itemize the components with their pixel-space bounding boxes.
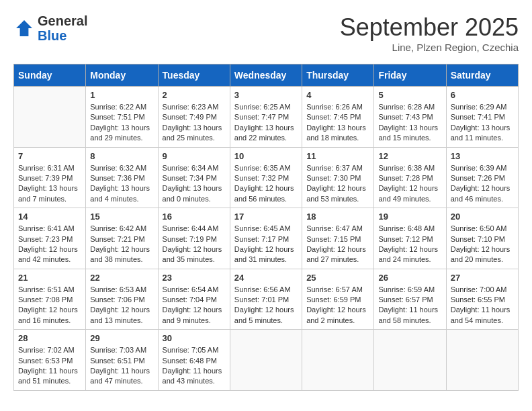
cell-details: Sunrise: 6:51 AMSunset: 7:08 PMDaylight:… — [18, 285, 81, 326]
day-number: 28 — [18, 333, 81, 343]
month-title: September 2025 — [340, 13, 519, 42]
day-number: 21 — [18, 273, 81, 283]
calendar-cell — [302, 330, 374, 391]
logo-general-text: General — [38, 13, 87, 28]
cell-details: Sunrise: 6:35 AMSunset: 7:32 PMDaylight:… — [234, 163, 298, 205]
calendar-cell: 26Sunrise: 6:59 AMSunset: 6:57 PMDayligh… — [374, 269, 446, 330]
logo-blue-text: Blue — [38, 28, 87, 43]
calendar-cell: 28Sunrise: 7:02 AMSunset: 6:53 PMDayligh… — [14, 330, 86, 391]
day-number: 2 — [163, 90, 226, 100]
calendar-week-row: 1Sunrise: 6:22 AMSunset: 7:51 PMDaylight… — [14, 87, 519, 148]
day-number: 16 — [163, 212, 226, 222]
cell-details: Sunrise: 7:02 AMSunset: 6:53 PMDaylight:… — [18, 345, 81, 387]
day-header-thursday: Thursday — [302, 64, 374, 87]
cell-details: Sunrise: 6:41 AMSunset: 7:23 PMDaylight:… — [18, 224, 81, 265]
calendar-cell: 10Sunrise: 6:35 AMSunset: 7:32 PMDayligh… — [230, 147, 302, 208]
calendar-cell: 1Sunrise: 6:22 AMSunset: 7:51 PMDaylight… — [86, 87, 158, 148]
calendar-week-row: 14Sunrise: 6:41 AMSunset: 7:23 PMDayligh… — [14, 208, 519, 269]
day-number: 27 — [451, 273, 514, 283]
day-number: 6 — [451, 90, 514, 100]
day-header-wednesday: Wednesday — [230, 64, 302, 87]
cell-details: Sunrise: 6:26 AMSunset: 7:45 PMDaylight:… — [306, 102, 369, 144]
calendar-week-row: 28Sunrise: 7:02 AMSunset: 6:53 PMDayligh… — [14, 330, 519, 391]
calendar-cell: 11Sunrise: 6:37 AMSunset: 7:30 PMDayligh… — [302, 147, 374, 208]
location-text: Line, Plzen Region, Czechia — [340, 42, 519, 53]
day-number: 11 — [306, 151, 369, 161]
cell-details: Sunrise: 6:53 AMSunset: 7:06 PMDaylight:… — [90, 285, 153, 326]
calendar-header-row: SundayMondayTuesdayWednesdayThursdayFrid… — [14, 64, 519, 87]
calendar-cell: 22Sunrise: 6:53 AMSunset: 7:06 PMDayligh… — [86, 269, 158, 330]
calendar-cell: 8Sunrise: 6:32 AMSunset: 7:36 PMDaylight… — [86, 147, 158, 208]
cell-details: Sunrise: 7:00 AMSunset: 6:55 PMDaylight:… — [451, 285, 514, 326]
calendar-cell: 6Sunrise: 6:29 AMSunset: 7:41 PMDaylight… — [446, 87, 518, 148]
calendar-cell: 4Sunrise: 6:26 AMSunset: 7:45 PMDaylight… — [302, 87, 374, 148]
cell-details: Sunrise: 6:54 AMSunset: 7:04 PMDaylight:… — [163, 285, 226, 326]
calendar-cell: 30Sunrise: 7:05 AMSunset: 6:48 PMDayligh… — [158, 330, 230, 391]
cell-details: Sunrise: 6:37 AMSunset: 7:30 PMDaylight:… — [306, 163, 369, 205]
day-number: 7 — [18, 151, 81, 161]
day-number: 8 — [90, 151, 153, 161]
cell-details: Sunrise: 6:32 AMSunset: 7:36 PMDaylight:… — [90, 163, 153, 205]
cell-details: Sunrise: 6:57 AMSunset: 6:59 PMDaylight:… — [306, 285, 369, 326]
calendar-cell: 16Sunrise: 6:44 AMSunset: 7:19 PMDayligh… — [158, 208, 230, 269]
day-number: 29 — [90, 333, 153, 343]
cell-details: Sunrise: 6:29 AMSunset: 7:41 PMDaylight:… — [451, 102, 514, 144]
day-header-tuesday: Tuesday — [158, 64, 230, 87]
day-number: 18 — [306, 212, 369, 222]
calendar-cell: 7Sunrise: 6:31 AMSunset: 7:39 PMDaylight… — [14, 147, 86, 208]
day-number: 9 — [163, 151, 226, 161]
cell-details: Sunrise: 6:44 AMSunset: 7:19 PMDaylight:… — [163, 224, 226, 265]
day-number: 1 — [90, 90, 153, 100]
calendar-cell — [230, 330, 302, 391]
cell-details: Sunrise: 6:56 AMSunset: 7:01 PMDaylight:… — [234, 285, 298, 326]
title-area: September 2025 Line, Plzen Region, Czech… — [340, 13, 519, 53]
day-header-saturday: Saturday — [446, 64, 518, 87]
calendar-cell: 3Sunrise: 6:25 AMSunset: 7:47 PMDaylight… — [230, 87, 302, 148]
cell-details: Sunrise: 6:34 AMSunset: 7:34 PMDaylight:… — [163, 163, 226, 205]
cell-details: Sunrise: 7:05 AMSunset: 6:48 PMDaylight:… — [163, 345, 226, 387]
day-number: 15 — [90, 212, 153, 222]
day-number: 25 — [306, 273, 369, 283]
cell-details: Sunrise: 7:03 AMSunset: 6:51 PMDaylight:… — [90, 345, 153, 387]
cell-details: Sunrise: 6:59 AMSunset: 6:57 PMDaylight:… — [378, 285, 441, 326]
cell-details: Sunrise: 6:45 AMSunset: 7:17 PMDaylight:… — [234, 224, 298, 265]
cell-details: Sunrise: 6:23 AMSunset: 7:49 PMDaylight:… — [163, 102, 226, 144]
day-number: 13 — [451, 151, 514, 161]
calendar-cell: 2Sunrise: 6:23 AMSunset: 7:49 PMDaylight… — [158, 87, 230, 148]
calendar-table: SundayMondayTuesdayWednesdayThursdayFrid… — [13, 64, 519, 391]
cell-details: Sunrise: 6:48 AMSunset: 7:12 PMDaylight:… — [378, 224, 441, 265]
calendar-cell: 20Sunrise: 6:50 AMSunset: 7:10 PMDayligh… — [446, 208, 518, 269]
calendar-cell — [14, 87, 86, 148]
calendar-cell: 19Sunrise: 6:48 AMSunset: 7:12 PMDayligh… — [374, 208, 446, 269]
day-number: 22 — [90, 273, 153, 283]
day-number: 3 — [234, 90, 298, 100]
day-number: 5 — [378, 90, 441, 100]
calendar-cell: 12Sunrise: 6:38 AMSunset: 7:28 PMDayligh… — [374, 147, 446, 208]
calendar-cell: 29Sunrise: 7:03 AMSunset: 6:51 PMDayligh… — [86, 330, 158, 391]
calendar-cell: 13Sunrise: 6:39 AMSunset: 7:26 PMDayligh… — [446, 147, 518, 208]
day-number: 12 — [378, 151, 441, 161]
calendar-week-row: 7Sunrise: 6:31 AMSunset: 7:39 PMDaylight… — [14, 147, 519, 208]
day-header-sunday: Sunday — [14, 64, 86, 87]
day-number: 30 — [163, 333, 226, 343]
day-number: 23 — [163, 273, 226, 283]
day-number: 4 — [306, 90, 369, 100]
cell-details: Sunrise: 6:25 AMSunset: 7:47 PMDaylight:… — [234, 102, 298, 144]
day-number: 10 — [234, 151, 298, 161]
calendar-cell: 14Sunrise: 6:41 AMSunset: 7:23 PMDayligh… — [14, 208, 86, 269]
day-header-monday: Monday — [86, 64, 158, 87]
cell-details: Sunrise: 6:50 AMSunset: 7:10 PMDaylight:… — [451, 224, 514, 265]
calendar-cell: 17Sunrise: 6:45 AMSunset: 7:17 PMDayligh… — [230, 208, 302, 269]
calendar-cell: 21Sunrise: 6:51 AMSunset: 7:08 PMDayligh… — [14, 269, 86, 330]
day-number: 14 — [18, 212, 81, 222]
day-number: 20 — [451, 212, 514, 222]
calendar-cell: 18Sunrise: 6:47 AMSunset: 7:15 PMDayligh… — [302, 208, 374, 269]
calendar-cell: 25Sunrise: 6:57 AMSunset: 6:59 PMDayligh… — [302, 269, 374, 330]
calendar-cell: 15Sunrise: 6:42 AMSunset: 7:21 PMDayligh… — [86, 208, 158, 269]
day-number: 19 — [378, 212, 441, 222]
cell-details: Sunrise: 6:28 AMSunset: 7:43 PMDaylight:… — [378, 102, 441, 144]
cell-details: Sunrise: 6:47 AMSunset: 7:15 PMDaylight:… — [306, 224, 369, 265]
calendar-cell: 23Sunrise: 6:54 AMSunset: 7:04 PMDayligh… — [158, 269, 230, 330]
cell-details: Sunrise: 6:38 AMSunset: 7:28 PMDaylight:… — [378, 163, 441, 205]
page-header: General Blue September 2025 Line, Plzen … — [13, 13, 519, 53]
